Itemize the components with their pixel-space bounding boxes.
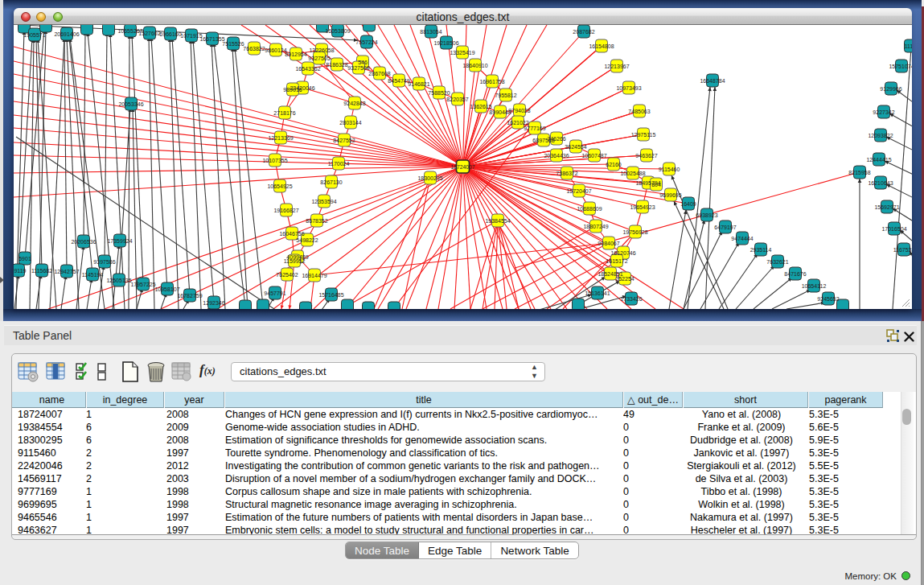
svg-text:7386372: 7386372 xyxy=(556,171,577,176)
svg-text:1115682: 1115682 xyxy=(31,268,52,274)
svg-text:9794028: 9794028 xyxy=(508,108,530,113)
svg-text:9463627: 9463627 xyxy=(635,153,657,159)
svg-text:15136141: 15136141 xyxy=(585,290,610,296)
svg-text:16543362: 16543362 xyxy=(295,66,320,72)
svg-text:15720407: 15720407 xyxy=(566,188,591,194)
svg-text:7557224: 7557224 xyxy=(355,39,377,45)
svg-text:16914479: 16914479 xyxy=(302,273,326,278)
svg-text:17957225: 17957225 xyxy=(130,282,155,287)
svg-text:16648784: 16648784 xyxy=(700,78,725,84)
svg-text:9327508: 9327508 xyxy=(347,65,369,71)
svg-text:8454749: 8454749 xyxy=(388,78,409,84)
svg-text:10958107: 10958107 xyxy=(154,286,179,292)
svg-text:1167533: 1167533 xyxy=(893,247,912,253)
svg-text:1112: 1112 xyxy=(905,43,912,49)
svg-text:6966160: 6966160 xyxy=(159,31,181,37)
svg-text:15751074: 15751074 xyxy=(889,64,912,69)
svg-text:8220357: 8220357 xyxy=(446,97,468,102)
svg-text:18724007: 18724007 xyxy=(450,164,474,170)
svg-text:12942757: 12942757 xyxy=(54,269,79,274)
svg-text:1621022: 1621022 xyxy=(507,120,528,126)
svg-text:9327505: 9327505 xyxy=(308,56,330,61)
svg-text:9129966: 9129966 xyxy=(880,86,901,92)
svg-text:12213369: 12213369 xyxy=(268,135,293,141)
svg-text:16120746: 16120746 xyxy=(610,250,635,256)
svg-text:10654112: 10654112 xyxy=(802,283,827,289)
svg-text:1615172: 1615172 xyxy=(606,258,627,264)
svg-text:8912954: 8912954 xyxy=(285,51,306,57)
svg-text:12213967: 12213967 xyxy=(604,64,629,69)
svg-text:5901: 5901 xyxy=(18,256,31,262)
svg-text:1527602: 1527602 xyxy=(138,31,160,36)
svg-text:17359924: 17359924 xyxy=(107,238,132,244)
svg-text:5498222: 5498222 xyxy=(296,237,318,243)
svg-text:16154808: 16154808 xyxy=(589,43,614,49)
svg-text:10107355: 10107355 xyxy=(262,158,287,163)
svg-text:1292346: 1292346 xyxy=(203,300,224,306)
svg-text:10607487: 10607487 xyxy=(581,153,606,159)
svg-text:18807249: 18807249 xyxy=(583,224,608,229)
svg-text:16409: 16409 xyxy=(680,201,696,207)
svg-text:12975115: 12975115 xyxy=(631,132,656,138)
svg-text:12353594: 12353594 xyxy=(311,199,336,204)
svg-text:19166827: 19166827 xyxy=(273,208,298,213)
svg-text:9699695: 9699695 xyxy=(659,192,681,198)
svg-text:16961758: 16961758 xyxy=(479,79,504,84)
svg-text:19756928: 19756928 xyxy=(622,229,647,235)
svg-text:9474444: 9474444 xyxy=(731,236,753,241)
svg-text:18640910: 18640910 xyxy=(462,63,487,68)
svg-text:9227342: 9227342 xyxy=(873,109,894,115)
svg-text:16210643: 16210643 xyxy=(868,180,893,186)
svg-text:20691406: 20691406 xyxy=(54,31,79,37)
svg-text:7663822: 7663822 xyxy=(243,46,265,51)
svg-text:3624554: 3624554 xyxy=(565,144,586,150)
svg-text:252254: 252254 xyxy=(615,276,634,282)
svg-text:1145194: 1145194 xyxy=(82,272,104,278)
svg-text:1905571: 1905571 xyxy=(23,32,45,38)
svg-text:8813054: 8813054 xyxy=(420,29,441,35)
svg-text:9084067: 9084067 xyxy=(598,241,619,246)
svg-text:2803144: 2803144 xyxy=(339,120,361,126)
svg-text:9860124: 9860124 xyxy=(265,47,286,53)
svg-text:7955812: 7955812 xyxy=(495,93,516,98)
svg-text:9146821: 9146821 xyxy=(408,81,429,87)
svg-text:8267130: 8267130 xyxy=(320,179,342,185)
svg-text:62160: 62160 xyxy=(606,162,622,167)
svg-text:2718176: 2718176 xyxy=(273,110,295,116)
svg-text:9777169: 9777169 xyxy=(524,126,545,131)
svg-text:1733426: 1733426 xyxy=(620,296,642,302)
svg-text:989016: 989016 xyxy=(283,87,302,93)
svg-text:15716485: 15716485 xyxy=(318,292,343,298)
svg-text:1170024: 1170024 xyxy=(328,161,350,167)
svg-text:6938923: 6938923 xyxy=(696,212,717,218)
svg-text:8427552: 8427552 xyxy=(333,138,355,143)
svg-text:18300295: 18300295 xyxy=(417,175,442,181)
svg-text:19218506: 19218506 xyxy=(433,40,458,46)
svg-text:10973493: 10973493 xyxy=(616,85,641,91)
svg-text:17016504: 17016504 xyxy=(881,226,906,232)
svg-text:16782759: 16782759 xyxy=(177,293,202,299)
svg-text:39119: 39119 xyxy=(14,268,27,274)
svg-text:804: 804 xyxy=(651,182,661,187)
svg-text:20206536: 20206536 xyxy=(71,239,96,245)
svg-text:2867608: 2867608 xyxy=(368,71,390,76)
svg-text:9115460: 9115460 xyxy=(659,167,680,172)
svg-text:10654925: 10654925 xyxy=(267,183,292,189)
svg-text:1159952: 1159952 xyxy=(284,258,306,264)
svg-text:8678352: 8678352 xyxy=(306,218,327,224)
svg-text:9245652: 9245652 xyxy=(817,296,839,302)
svg-text:16671355: 16671355 xyxy=(199,36,224,42)
svg-text:16053809: 16053809 xyxy=(325,28,350,34)
svg-text:19654923: 19654923 xyxy=(630,204,655,210)
svg-text:7515526: 7515526 xyxy=(222,41,244,47)
svg-text:10025488: 10025488 xyxy=(620,171,645,176)
svg-text:1362615: 1362615 xyxy=(470,104,491,109)
svg-text:8471676: 8471676 xyxy=(784,271,806,277)
svg-text:2935114: 2935114 xyxy=(750,247,772,253)
svg-text:19384554: 19384554 xyxy=(485,218,510,224)
svg-text:12505135: 12505135 xyxy=(106,278,131,283)
svg-text:2087682: 2087682 xyxy=(573,29,594,35)
svg-text:7485063: 7485063 xyxy=(628,109,650,114)
svg-text:20364436: 20364436 xyxy=(544,153,569,159)
svg-text:9397586: 9397586 xyxy=(93,259,115,265)
